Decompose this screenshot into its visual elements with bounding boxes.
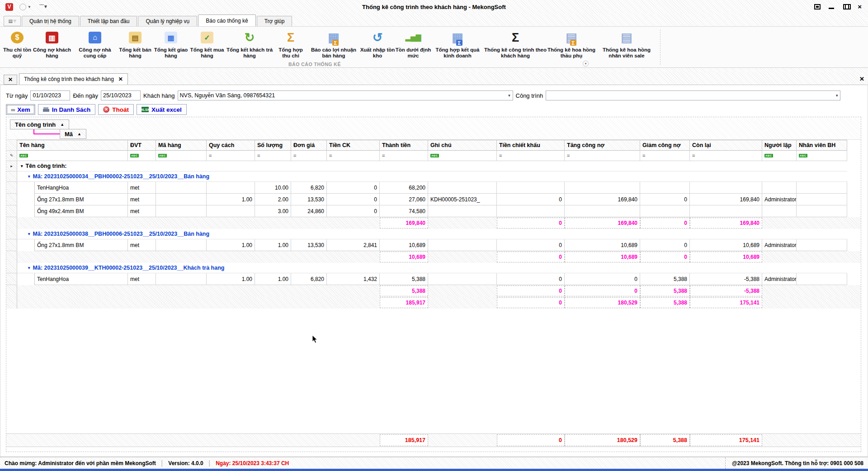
cell-name[interactable]: TenHangHoa xyxy=(34,182,128,194)
ribbon-collapse-button[interactable]: ▾ xyxy=(583,61,589,67)
cell-discount2[interactable]: 0 xyxy=(497,239,565,251)
fullscreen-button[interactable] xyxy=(814,4,821,10)
column-header-credit[interactable]: Giảm công nợ xyxy=(640,140,690,151)
cell-credit[interactable] xyxy=(640,205,690,217)
to-date-picker[interactable]: ▼ xyxy=(101,90,141,100)
cell-qty[interactable]: 1.00 xyxy=(255,239,291,251)
close-panel-icon[interactable]: ✕ xyxy=(859,76,864,82)
collapse-caret-icon[interactable]: ▾ xyxy=(28,174,30,179)
filter-cell-note[interactable]: ABC xyxy=(428,151,497,161)
cell-remain[interactable]: 169,840 xyxy=(690,194,762,205)
menu-tab-5[interactable]: Trợ giúp xyxy=(257,16,292,26)
ribbon-item[interactable]: ▥Công nợ khách hàng xyxy=(32,29,72,59)
column-header-note[interactable]: Ghi chú xyxy=(428,140,497,151)
cell-debit[interactable]: 0 xyxy=(565,273,640,285)
cell-amount[interactable]: 27,060 xyxy=(380,194,428,205)
cell-spec[interactable]: 1.00 xyxy=(207,239,255,251)
filter-cell-qty[interactable]: = xyxy=(255,151,291,161)
minimize-button[interactable] xyxy=(829,4,835,10)
cell-creator[interactable] xyxy=(762,205,797,217)
filter-cell-name[interactable]: ABC xyxy=(17,151,128,161)
chevron-down-icon[interactable]: ▼ xyxy=(834,94,840,98)
cell-amount[interactable]: 10,689 xyxy=(380,239,428,251)
data-row[interactable]: Ống 27x1.8mm BMmet1.002.0013,530027,060K… xyxy=(6,194,861,205)
close-all-tabs-button[interactable]: ✕ xyxy=(4,75,17,85)
filter-cell-amount[interactable]: = xyxy=(380,151,428,161)
cell-sales[interactable] xyxy=(797,182,847,194)
column-header-price[interactable]: Đơn giá xyxy=(291,140,327,151)
cell-sales[interactable] xyxy=(797,205,847,217)
cell-amount[interactable]: 68,200 xyxy=(380,182,428,194)
ribbon-item[interactable]: ↺Xuất nhập tồn kho xyxy=(360,29,395,59)
cell-spec[interactable]: 1.00 xyxy=(207,194,255,205)
column-header-dvt[interactable]: ĐVT xyxy=(128,140,156,151)
cell-amount[interactable]: 74,580 xyxy=(380,205,428,217)
cell-note[interactable]: KDH00005-251023_ xyxy=(428,194,497,205)
collapse-caret-icon[interactable]: ▾ xyxy=(21,164,23,168)
filter-cell-code[interactable]: ABC xyxy=(156,151,207,161)
data-row[interactable]: Ống 49x2.4mm BMmet3.0024,860074,580 xyxy=(6,205,861,217)
menu-tab-2[interactable]: Thiết lập ban đầu xyxy=(80,16,137,26)
cell-qty[interactable]: 3.00 xyxy=(255,205,291,217)
filter-cell-creator[interactable]: ABC xyxy=(762,151,797,161)
cell-dvt[interactable]: met xyxy=(128,205,156,217)
cell-disc[interactable]: 0 xyxy=(327,182,380,194)
cell-name[interactable]: Ống 27x1.8mm BM xyxy=(34,194,128,205)
cell-dvt[interactable]: met xyxy=(128,194,156,205)
cell-debit[interactable]: 10,689 xyxy=(565,239,640,251)
group-chip-ma[interactable]: Mã ▲ xyxy=(60,129,86,139)
column-header-qty[interactable]: Số lượng xyxy=(255,140,291,151)
ribbon-item[interactable]: ▦Tổng kết giao hàng xyxy=(153,29,189,59)
cell-creator[interactable] xyxy=(762,182,797,194)
group-row-ma-2[interactable]: ▾Mã: 20231025000038__PBH00006-251023__25… xyxy=(17,229,847,239)
cell-creator[interactable]: Administrator xyxy=(762,273,797,285)
cell-discount2[interactable] xyxy=(497,205,565,217)
cell-disc[interactable]: 0 xyxy=(327,194,380,205)
column-header-debit[interactable]: Tăng công nợ xyxy=(565,140,640,151)
cell-price[interactable]: 6,820 xyxy=(291,182,327,194)
cell-spec[interactable] xyxy=(207,205,255,217)
cell-remain[interactable]: -5,388 xyxy=(690,273,762,285)
ribbon-item[interactable]: ↻Tổng kết khách trả hàng xyxy=(225,29,274,59)
menu-tab-1[interactable]: Quản trị hệ thống xyxy=(22,16,79,26)
ribbon-item[interactable]: ⌂Công nợ nhà cung cấp xyxy=(72,29,118,59)
collapse-caret-icon[interactable]: ▾ xyxy=(28,266,30,270)
cell-price[interactable]: 13,530 xyxy=(291,239,327,251)
ribbon-item[interactable]: ▤ΣThống kê hoa hồng thầu phụ xyxy=(547,29,596,59)
cell-credit[interactable]: 5,388 xyxy=(640,273,690,285)
menu-tab-3[interactable]: Quản lý nghiệp vụ xyxy=(138,16,197,26)
chevron-down-icon[interactable]: ▼ xyxy=(506,94,513,98)
cell-dvt[interactable]: met xyxy=(128,273,156,285)
column-header-name[interactable]: Tên hàng xyxy=(17,140,128,151)
project-select[interactable]: ▼ xyxy=(546,90,840,100)
ribbon-item[interactable]: ▦ΣBáo cáo lợi nhuận bán hàng xyxy=(307,29,360,59)
data-row[interactable]: TenHangHoamet10.006,820068,200 xyxy=(6,182,861,194)
cell-qty[interactable]: 1.00 xyxy=(255,273,291,285)
cell-discount2[interactable]: 0 xyxy=(497,273,565,285)
cell-name[interactable]: Ống 27x1.8mm BM xyxy=(34,239,128,251)
column-header-amount[interactable]: Thành tiền xyxy=(380,140,428,151)
filter-cell-dvt[interactable]: ABC xyxy=(128,151,156,161)
column-header-creator[interactable]: Người lập xyxy=(762,140,797,151)
cell-remain[interactable] xyxy=(690,205,762,217)
cell-disc[interactable]: 0 xyxy=(327,205,380,217)
group-row-ma-3[interactable]: ▾Mã: 20231025000039__KTH00002-251023__25… xyxy=(17,263,847,273)
column-header-sales[interactable]: Nhân viên BH xyxy=(797,140,847,151)
cell-creator[interactable]: Administrator xyxy=(762,194,797,205)
customer-select[interactable]: ▼ xyxy=(178,90,513,100)
group-row-ten-cong-trinh[interactable]: ▾Tên công trình: xyxy=(17,161,847,171)
data-row[interactable]: Ống 27x1.8mm BMmet1.001.0013,5302,84110,… xyxy=(6,239,861,251)
cell-sales[interactable] xyxy=(797,273,847,285)
cell-note[interactable] xyxy=(428,273,497,285)
filter-cell-remain[interactable]: = xyxy=(690,151,762,161)
export-excel-button[interactable]: XLSX Xuất excel xyxy=(137,104,187,115)
cell-code[interactable] xyxy=(156,273,207,285)
cell-note[interactable] xyxy=(428,239,497,251)
ribbon-item[interactable]: ▤Tổng kết bán hàng xyxy=(118,29,153,59)
cell-price[interactable]: 13,530 xyxy=(291,194,327,205)
cell-note[interactable] xyxy=(428,182,497,194)
tab-thong-ke-cong-trinh[interactable]: Thống kê công trình theo khách hàng ✕ xyxy=(19,73,128,85)
cell-price[interactable]: 6,820 xyxy=(291,273,327,285)
column-header-code[interactable]: Mã hàng xyxy=(156,140,207,151)
filter-cell-credit[interactable]: = xyxy=(640,151,690,161)
